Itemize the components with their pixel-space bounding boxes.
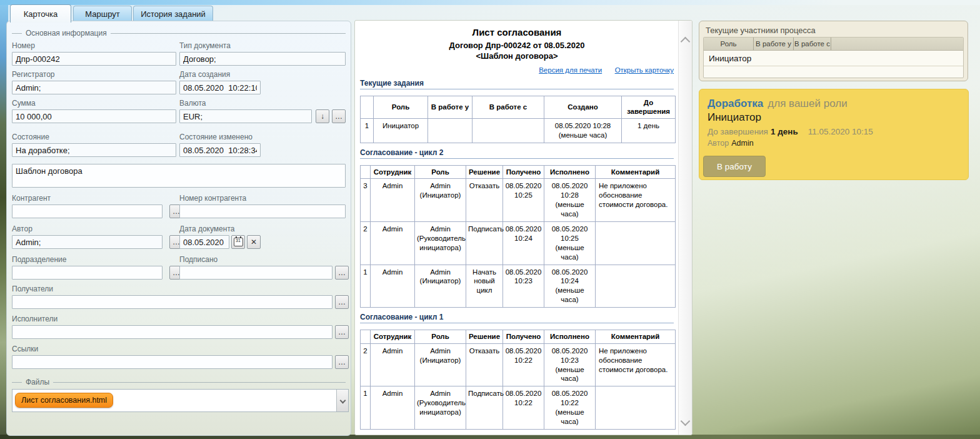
participants-col-role: Роль [704,38,754,50]
current-tasks-table: РольВ работе у В работе сСозданоДо завер… [360,96,676,143]
participants-col-in-work-since: В работе с [794,38,831,50]
participants-col-in-work-by: В работе у [754,38,794,50]
author-label: Автор [12,225,176,234]
table-row: 1AdminAdmin (Инициатор) Начать новый цик… [361,265,676,308]
task-type-label: Доработка [708,98,763,109]
links-input[interactable] [12,355,332,369]
links-label: Ссылки [12,345,351,354]
scroll-up-icon[interactable] [681,37,691,47]
task-card-heading: Доработкадля вашей роли [708,98,848,110]
open-card-link[interactable]: Открыть карточку [615,66,674,74]
signed-label: Подписано [179,255,346,265]
state-changed-label: Состояние изменено [179,133,346,142]
table-row: 3AdminAdmin (Инициатор) Отказать08.05.20… [361,179,676,222]
table-row: 2AdminAdmin (Руководитель инициатора) По… [361,221,676,265]
doc-date-calendar-button[interactable]: 31 [231,235,245,249]
files-list: Лист согласования.html [12,389,349,412]
signed-input[interactable] [179,266,332,280]
section-approval-cycle-1: Согласование - цикл 1 [360,313,674,323]
table-row: 2AdminAdmin (Инициатор) Отказать08.05.20… [361,343,676,386]
participants-row-empty[interactable] [704,66,963,78]
state-input[interactable] [12,143,176,157]
description-textarea[interactable]: Шаблон договора [12,164,346,188]
approval-cycle-1-table: СотрудникРоль РешениеПолученоИсполнено К… [360,330,676,430]
group-main-info: Основная информация [12,29,346,38]
process-participants-panel: Текущие участники процесса Роль В работе… [699,21,968,81]
currency-label: Валюта [179,99,346,108]
take-to-work-button[interactable]: В работу [703,156,766,177]
task-deadline: До завершения1 день11.05.2020 10:15 [708,127,873,136]
counterparty-label: Контрагент [12,194,176,203]
currency-picker-button[interactable]: … [332,109,346,123]
tab-card[interactable]: Карточка [10,4,71,23]
ellipsis-icon: … [335,113,342,120]
doc-date-clear-button[interactable]: ✕ [247,235,261,249]
ellipsis-icon: … [338,328,346,336]
registrar-input[interactable] [12,81,176,94]
currency-input[interactable] [179,109,312,123]
group-files-label: Файлы [22,378,53,386]
ellipsis-icon: … [338,269,346,276]
doc-date-label: Дата документа [179,225,346,234]
created-date-input[interactable] [179,81,261,94]
amount-input[interactable] [12,109,176,123]
section-approval-cycle-2: Согласование - цикл 2 [360,148,674,159]
author-value: Admin [731,139,753,148]
app-window: Карточка Маршрут История заданий Основна… [0,0,980,439]
tab-task-history[interactable]: История заданий [133,6,213,22]
participants-table: Роль В работе у В работе с Инициатор [703,37,964,78]
deadline-label: До завершения [708,127,768,136]
task-for-role-label: для вашей роли [768,98,847,109]
chevron-down-icon [339,398,346,404]
currency-down-button[interactable]: ↓ [316,109,329,123]
doc-date-input[interactable] [179,235,229,249]
group-main-info-label: Основная информация [22,29,111,38]
tab-route[interactable]: Маршрут [73,6,132,22]
executors-input[interactable] [12,325,332,339]
doc-links: Версия для печати Открыть карточку [360,64,674,75]
counterparty-number-label: Номер контрагента [179,194,346,203]
ellipsis-icon: … [338,298,346,306]
author-label: Автор [708,139,729,148]
close-icon: ✕ [251,238,257,246]
background-gradient-top [0,0,980,5]
number-label: Номер [12,41,176,51]
links-picker-button[interactable]: … [335,355,349,369]
doc-title: Лист согласования [360,27,674,38]
files-dropdown-button[interactable] [336,390,348,411]
amount-label: Сумма [12,99,176,108]
doc-type-label: Тип документа [179,41,346,51]
executors-picker-button[interactable]: … [335,325,349,339]
created-date-label: Дата создания [179,70,346,79]
department-input[interactable] [12,266,162,280]
recipients-input[interactable] [12,295,332,309]
counterparty-number-input[interactable] [179,204,346,218]
participants-row[interactable]: Инициатор [704,51,963,66]
deadline-date: 11.05.2020 10:15 [808,127,873,136]
section-current-tasks: Текущие задания [360,79,674,89]
doc-type-input[interactable] [179,52,346,66]
table-row: 1AdminAdmin (Руководитель инициатора) По… [361,386,676,430]
registrar-label: Регистратор [12,70,176,79]
approval-sheet-document: Лист согласования Договор Дпр-000242 от … [355,21,679,435]
task-role: Инициатор [708,111,761,124]
ellipsis-icon: … [338,358,346,366]
department-label: Подразделение [12,255,176,265]
card-panel: Основная информация Номер Тип документа … [6,21,351,436]
author-input[interactable] [12,235,162,249]
approval-cycle-2-table: СотрудникРоль РешениеПолученоИсполнено К… [360,165,676,308]
deadline-value: 1 день [771,127,798,136]
signed-picker-button[interactable]: … [335,266,349,280]
scrollbar[interactable] [678,21,692,435]
participants-title: Текущие участники процесса [706,26,816,35]
calendar-icon: 31 [234,238,243,246]
counterparty-input[interactable] [12,204,162,218]
file-chip[interactable]: Лист согласования.html [15,393,113,408]
state-changed-input[interactable] [179,143,261,157]
table-header-row: СотрудникРоль РешениеПолученоИсполнено К… [361,330,676,343]
print-version-link[interactable]: Версия для печати [539,66,602,74]
scroll-down-icon[interactable] [681,416,691,426]
down-arrow-icon: ↓ [321,113,324,120]
number-input[interactable] [12,52,176,66]
recipients-picker-button[interactable]: … [335,295,349,309]
